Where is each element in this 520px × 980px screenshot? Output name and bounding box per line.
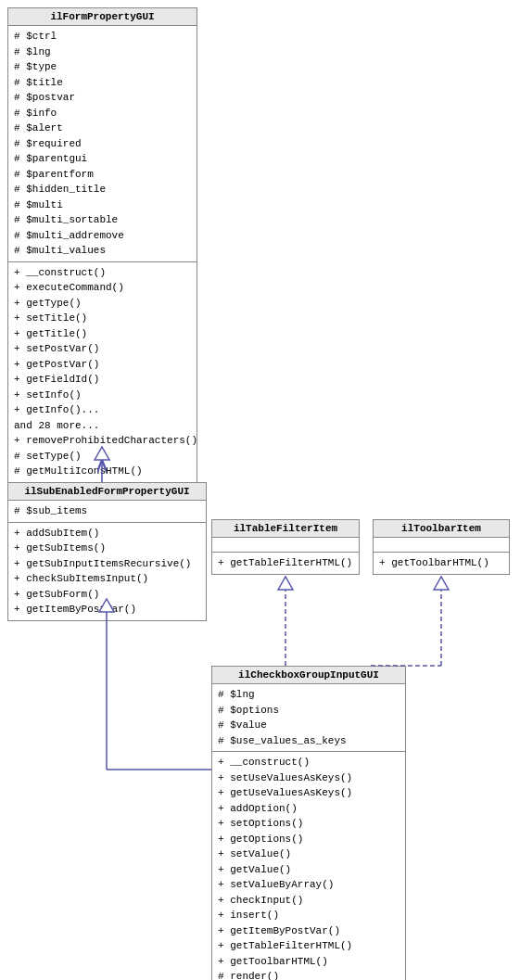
svg-marker-6 (278, 577, 293, 590)
ilCheckboxGroupInputGUI-methods: + __construct() + setUseValuesAsKeys() +… (212, 752, 405, 980)
ilCheckboxGroupInputGUI-title: ilCheckboxGroupInputGUI (212, 667, 405, 684)
ilTableFilterItem-box: ilTableFilterItem + getTableFilterHTML() (211, 519, 360, 575)
ilTableFilterItem-title: ilTableFilterItem (212, 520, 359, 538)
ilSubEnabledFormPropertyGUI-title: ilSubEnabledFormPropertyGUI (8, 483, 206, 501)
ilCheckboxGroupInputGUI-attributes: # $lng # $options # $value # $use_values… (212, 684, 405, 752)
ilSubEnabledFormPropertyGUI-box: ilSubEnabledFormPropertyGUI # $sub_items… (7, 482, 207, 621)
ilCheckboxGroupInputGUI-box: ilCheckboxGroupInputGUI # $lng # $option… (211, 666, 406, 980)
ilSubEnabledFormPropertyGUI-methods: + addSubItem() + getSubItems() + getSubI… (8, 523, 206, 620)
ilFormPropertyGUI-box: ilFormPropertyGUI # $ctrl # $lng # $type… (7, 7, 197, 483)
ilToolbarItem-title: ilToolbarItem (374, 520, 509, 538)
ilTableFilterItem-attributes (212, 538, 359, 553)
ilToolbarItem-attributes (374, 538, 509, 553)
ilSubEnabledFormPropertyGUI-attributes: # $sub_items (8, 501, 206, 523)
ilFormPropertyGUI-title: ilFormPropertyGUI (8, 8, 197, 26)
diagram-container: ilFormPropertyGUI # $ctrl # $lng # $type… (0, 0, 520, 980)
ilFormPropertyGUI-attributes: # $ctrl # $lng # $type # $title # $postv… (8, 26, 197, 262)
ilToolbarItem-box: ilToolbarItem + getToolbarHTML() (373, 519, 510, 575)
ilToolbarItem-methods: + getToolbarHTML() (374, 553, 509, 574)
ilTableFilterItem-methods: + getTableFilterHTML() (212, 553, 359, 574)
ilFormPropertyGUI-methods: + __construct() + executeCommand() + get… (8, 262, 197, 482)
svg-marker-9 (434, 577, 449, 590)
